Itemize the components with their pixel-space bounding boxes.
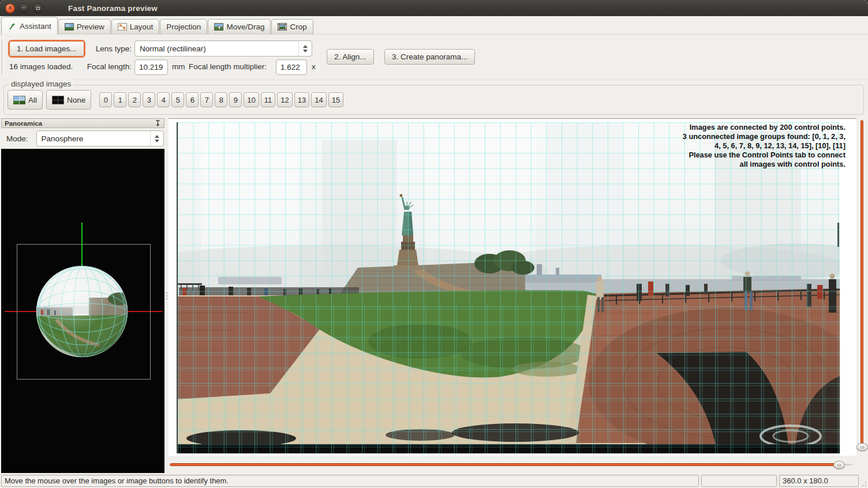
spinner-arrows-icon [150, 131, 163, 146]
tab-label: Projection [166, 22, 201, 31]
title-bar[interactable]: × − Fast Panorama preview [0, 0, 868, 16]
window-controls: × − [5, 3, 43, 13]
horizontal-slider-handle[interactable] [833, 461, 845, 469]
pano-size-indicator: 360.0 x 180.0 [779, 475, 859, 487]
svg-text:GL: GL [66, 24, 70, 27]
panoramica-panel-header[interactable]: Panoramica [1, 118, 164, 128]
tab-preview[interactable]: GL Preview [58, 19, 111, 34]
image-toggle-button[interactable]: 0 [99, 92, 112, 107]
panel-mode-row: Mode: Panosphere [1, 128, 164, 149]
panosphere-render [1, 149, 164, 473]
minimize-button[interactable]: − [19, 3, 29, 13]
lens-type-select[interactable]: Normal (rectilinear) [134, 40, 312, 57]
image-toggle-button[interactable]: 12 [277, 92, 292, 107]
app-window: × − Fast Panorama preview Assistant GL P… [0, 0, 868, 488]
layout-icon [118, 23, 127, 31]
group-legend: displayed images [9, 80, 73, 88]
control-points-message: Images are connected by 200 control poin… [683, 123, 845, 169]
tab-move-drag[interactable]: Move/Drag [208, 19, 271, 34]
status-message: Move the mouse over the images or image … [1, 475, 699, 487]
image-toggle-button[interactable]: 4 [157, 92, 170, 107]
image-toggle-button[interactable]: 15 [328, 92, 343, 107]
tab-label: Preview [77, 22, 104, 31]
sphere-shading [36, 266, 128, 357]
image-toggle-button[interactable]: 10 [244, 92, 259, 107]
assistant-icon [8, 22, 17, 30]
vertical-slider-track[interactable] [860, 120, 863, 449]
tab-bar: Assistant GL Preview Layout Projection [0, 16, 868, 35]
image-toggle-button[interactable]: 3 [143, 92, 155, 107]
resize-grip[interactable] [861, 475, 867, 487]
align-button[interactable]: 2. Align... [327, 49, 374, 65]
lens-type-label: Lens type: [58, 44, 132, 53]
all-images-icon [13, 96, 25, 104]
show-none-button[interactable]: None [46, 90, 91, 110]
pin-icon[interactable] [155, 120, 161, 127]
panorama-preview-canvas[interactable]: Images are connected by 200 control poin… [169, 118, 856, 456]
tab-projection[interactable]: Projection [160, 19, 207, 34]
spinner-arrows-icon [298, 41, 312, 56]
status-bar: Move the mouse over the images or image … [0, 474, 868, 488]
panorama-image[interactable] [177, 122, 840, 453]
close-button[interactable]: × [5, 3, 15, 13]
all-label: All [28, 96, 37, 104]
window-title: Fast Panorama preview [68, 4, 158, 13]
maximize-button[interactable] [33, 3, 43, 13]
vertical-slider-handle[interactable] [856, 443, 868, 451]
panorama-render [178, 122, 840, 453]
tab-layout[interactable]: Layout [111, 19, 160, 34]
no-images-icon [52, 96, 64, 104]
mode-select[interactable]: Panosphere [36, 130, 164, 147]
horizontal-slider-track[interactable] [170, 463, 839, 466]
focal-multiplier-value: 1.622 [280, 63, 300, 72]
toolbar-grip[interactable] [2, 39, 4, 74]
focal-length-value: 10.219 [139, 63, 163, 72]
assistant-toolbar: 1. Load images... Lens type: Normal (rec… [0, 35, 868, 80]
image-toggle-button[interactable]: 9 [229, 92, 242, 107]
focal-length-field[interactable]: 10.219 [134, 59, 168, 75]
tab-label: Assistant [20, 22, 51, 31]
tab-assistant[interactable]: Assistant [1, 17, 58, 35]
status-cell-empty [701, 475, 777, 487]
move-drag-icon [214, 23, 223, 31]
focal-multiplier-unit: x [312, 62, 316, 71]
image-toggle-button[interactable]: 5 [171, 92, 184, 107]
image-toggle-button[interactable]: 13 [294, 92, 309, 107]
focal-length-label: Focal length: [58, 62, 132, 71]
create-panorama-button[interactable]: 3. Create panorama... [384, 49, 475, 65]
image-toggle-button[interactable]: 8 [215, 92, 227, 107]
panosphere-3d-view[interactable] [1, 149, 164, 473]
tab-label: Crop [290, 22, 306, 31]
image-toggle-button[interactable]: 6 [186, 92, 199, 107]
image-toggle-button[interactable]: 11 [261, 92, 276, 107]
crop-icon [278, 23, 287, 31]
tab-label: Layout [130, 22, 154, 31]
image-toggle-button[interactable]: 7 [200, 92, 213, 107]
horizontal-view-slider[interactable] [169, 460, 855, 470]
lens-type-value: Normal (rectilinear) [135, 44, 298, 53]
tab-crop[interactable]: Crop [271, 19, 313, 34]
vertical-view-slider[interactable] [858, 118, 867, 456]
mode-label: Mode: [6, 134, 28, 143]
show-all-button[interactable]: All [8, 90, 43, 110]
image-button-row: 0123456789101112131415 [99, 92, 343, 107]
panel-title: Panoramica [5, 120, 42, 127]
focal-multiplier-label: Focal length multiplier: [189, 62, 267, 71]
none-label: None [67, 96, 85, 104]
mode-value: Panosphere [37, 134, 150, 143]
panel-splitter[interactable] [164, 118, 169, 473]
image-toggle-button[interactable]: 14 [311, 92, 326, 107]
tab-label: Move/Drag [226, 22, 264, 31]
image-toggle-button[interactable]: 2 [128, 92, 141, 107]
image-toggle-button[interactable]: 1 [114, 92, 126, 107]
focal-length-unit: mm [172, 62, 185, 71]
displayed-images-group: displayed images All None [3, 85, 864, 115]
preview-icon: GL [65, 23, 74, 31]
focal-multiplier-field[interactable]: 1.622 [276, 59, 307, 75]
